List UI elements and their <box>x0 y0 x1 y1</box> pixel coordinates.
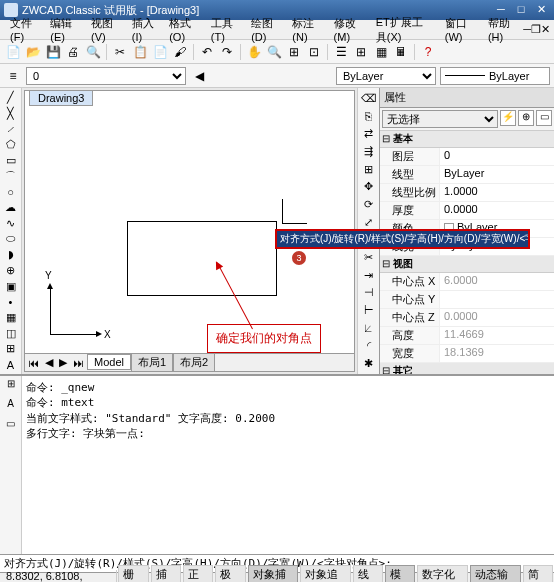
designcenter-icon[interactable]: ⊞ <box>352 43 370 61</box>
erase-icon[interactable]: ⌫ <box>360 90 378 107</box>
prop-height[interactable]: 11.4669 <box>440 327 554 344</box>
mirror-icon[interactable]: ⇄ <box>360 125 378 142</box>
revcloud-icon[interactable]: ☁ <box>2 200 20 215</box>
menu-window[interactable]: 窗口(W) <box>439 14 482 45</box>
pickadd-icon[interactable]: ⊕ <box>518 110 534 126</box>
doc-restore-button[interactable]: ❐ <box>531 23 541 36</box>
circle-icon[interactable]: ○ <box>2 185 20 200</box>
prop-ltscale[interactable]: 1.0000 <box>440 184 554 201</box>
break-icon[interactable]: ⊣ <box>360 285 378 302</box>
prop-linetype[interactable]: ByLayer <box>440 166 554 183</box>
move-icon[interactable]: ✥ <box>360 178 378 195</box>
chamfer-icon[interactable]: ⟀ <box>360 320 378 337</box>
matchprop-icon[interactable]: 🖌 <box>171 43 189 61</box>
cmd-icon1[interactable]: ⊞ <box>2 378 20 396</box>
menu-insert[interactable]: 插入(I) <box>126 14 163 45</box>
redo-icon[interactable]: ↷ <box>218 43 236 61</box>
toolpalette-icon[interactable]: ▦ <box>372 43 390 61</box>
polygon-icon[interactable]: ⬠ <box>2 137 20 152</box>
zoomprev-icon[interactable]: ⊡ <box>305 43 323 61</box>
help-icon[interactable]: ? <box>419 43 437 61</box>
point-icon[interactable]: • <box>2 294 20 309</box>
undo-icon[interactable]: ↶ <box>198 43 216 61</box>
tab-next-icon[interactable]: ▶ <box>56 356 70 369</box>
status-lwt[interactable]: 线宽 <box>353 565 383 583</box>
open-icon[interactable]: 📂 <box>24 43 42 61</box>
tab-layout2[interactable]: 布局2 <box>173 353 215 372</box>
cmd-icon3[interactable]: ▭ <box>2 418 20 436</box>
prop-centerz[interactable]: 0.0000 <box>440 309 554 326</box>
status-snap[interactable]: 捕捉 <box>151 565 181 583</box>
menu-dim[interactable]: 标注(N) <box>286 14 327 45</box>
new-icon[interactable]: 📄 <box>4 43 22 61</box>
doc-minimize-button[interactable]: ─ <box>523 23 531 36</box>
zoomwin-icon[interactable]: ⊞ <box>285 43 303 61</box>
trim-icon[interactable]: ✂ <box>360 249 378 266</box>
menu-edit[interactable]: 编辑(E) <box>44 14 85 45</box>
copy-icon[interactable]: 📋 <box>131 43 149 61</box>
status-polar[interactable]: 极轴 <box>215 565 245 583</box>
lineweight-combo[interactable]: ByLayer <box>440 67 550 85</box>
properties-icon[interactable]: ☰ <box>332 43 350 61</box>
ellipsearc-icon[interactable]: ◗ <box>2 247 20 262</box>
menu-view[interactable]: 视图(V) <box>85 14 126 45</box>
layer-manager-icon[interactable]: ≡ <box>4 67 22 85</box>
menu-draw[interactable]: 绘图(D) <box>245 14 286 45</box>
doc-close-button[interactable]: ✕ <box>541 23 550 36</box>
tab-first-icon[interactable]: ⏮ <box>25 357 42 369</box>
line-icon[interactable]: ╱ <box>2 90 20 105</box>
preview-icon[interactable]: 🔍 <box>84 43 102 61</box>
status-trad[interactable]: 简繁 <box>523 565 553 583</box>
copy2-icon[interactable]: ⎘ <box>360 108 378 125</box>
spline-icon[interactable]: ∿ <box>2 216 20 231</box>
prop-width[interactable]: 18.1369 <box>440 345 554 362</box>
layer-prev-icon[interactable]: ◀ <box>190 67 208 85</box>
tab-model[interactable]: Model <box>87 354 131 370</box>
prop-thickness[interactable]: 0.0000 <box>440 202 554 219</box>
menu-tools[interactable]: 工具(T) <box>205 14 245 45</box>
scale-icon[interactable]: ⤢ <box>360 214 378 231</box>
hatch-icon[interactable]: ▦ <box>2 310 20 325</box>
layer-combo[interactable]: 0 <box>26 67 186 85</box>
arc-icon[interactable]: ⌒ <box>2 169 20 184</box>
status-ortho[interactable]: 正交 <box>183 565 213 583</box>
status-osnap[interactable]: 对象捕捉 <box>248 565 299 583</box>
group-other[interactable]: 其它 <box>380 363 554 374</box>
pline-icon[interactable]: ⟋ <box>2 121 20 136</box>
quickselect-icon[interactable]: ⚡ <box>500 110 516 126</box>
explode-icon[interactable]: ✱ <box>360 355 378 372</box>
save-icon[interactable]: 💾 <box>44 43 62 61</box>
fillet-icon[interactable]: ◜ <box>360 338 378 355</box>
drawing-canvas[interactable]: Drawing3 对齐方式(J)/旋转(R)/样式(S)/字高(H)/方向(D)… <box>24 90 355 372</box>
status-otrack[interactable]: 对象追踪 <box>300 565 351 583</box>
xline-icon[interactable]: ╳ <box>2 106 20 121</box>
zoom-icon[interactable]: 🔍 <box>265 43 283 61</box>
selection-combo[interactable]: 无选择 <box>382 110 498 128</box>
group-view[interactable]: 视图 <box>380 256 554 273</box>
ellipse-icon[interactable]: ⬭ <box>2 232 20 247</box>
region-icon[interactable]: ◫ <box>2 326 20 341</box>
selectobj-icon[interactable]: ▭ <box>536 110 552 126</box>
status-grid[interactable]: 栅格 <box>118 565 148 583</box>
join-icon[interactable]: ⊢ <box>360 302 378 319</box>
pan-icon[interactable]: ✋ <box>245 43 263 61</box>
menu-file[interactable]: 文件(F) <box>4 14 44 45</box>
menu-et[interactable]: ET扩展工具(X) <box>370 13 439 47</box>
status-model[interactable]: 模型 <box>385 565 415 583</box>
calc-icon[interactable]: 🖩 <box>392 43 410 61</box>
tab-layout1[interactable]: 布局1 <box>131 353 173 372</box>
prop-centery[interactable] <box>440 291 554 308</box>
group-basic[interactable]: 基本 <box>380 131 554 148</box>
mtext-icon[interactable]: A <box>2 357 20 372</box>
prop-centerx[interactable]: 6.0000 <box>440 273 554 290</box>
status-tablet[interactable]: 数字化仪 <box>417 565 468 583</box>
insert-icon[interactable]: ⊕ <box>2 263 20 278</box>
color-combo[interactable]: ByLayer <box>336 67 436 85</box>
rectangle-icon[interactable]: ▭ <box>2 153 20 168</box>
cmd-icon2[interactable]: A <box>2 398 20 416</box>
cut-icon[interactable]: ✂ <box>111 43 129 61</box>
menu-help[interactable]: 帮助(H) <box>482 14 523 45</box>
menu-format[interactable]: 格式(O) <box>163 14 205 45</box>
document-tab[interactable]: Drawing3 <box>29 90 93 106</box>
prop-layer[interactable]: 0 <box>440 148 554 165</box>
